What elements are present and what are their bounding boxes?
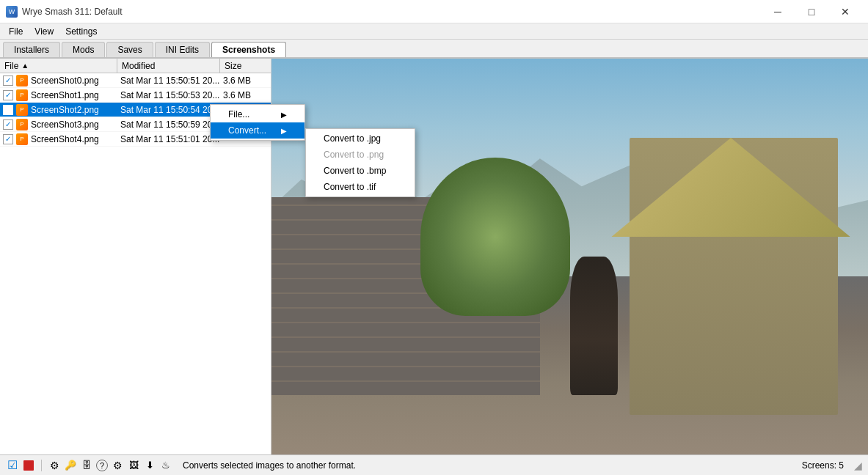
col-header-modified[interactable]: Modified — [117, 59, 220, 73]
menu-bar: File View Settings — [0, 23, 868, 40]
title-bar-controls: ─ □ ✕ — [761, 0, 862, 23]
menu-settings[interactable]: Settings — [59, 25, 103, 38]
file-cell-name: ✓ P ScreenShot1.png — [0, 89, 117, 101]
resize-grip: ◢ — [854, 460, 862, 471]
status-icons: ☑ ⚙ 🔑 🗄 ? ⚙ 🖼 ⬇ ♨ — [6, 459, 172, 472]
status-text: Converts selected images to another form… — [183, 460, 798, 471]
table-row[interactable]: ✓ P ScreenShot1.png Sat Mar 11 15:50:53 … — [0, 88, 271, 103]
minimize-button[interactable]: ─ — [761, 0, 795, 23]
ctx-arrow-convert: ▶ — [281, 127, 287, 135]
file-cell-size: 3.6 MB — [220, 90, 271, 100]
file-checkbox[interactable]: ✓ — [3, 105, 13, 115]
menu-view[interactable]: View — [29, 25, 59, 38]
file-cell-name: ✓ P ScreenShot2.png — [0, 104, 117, 116]
app-icon: W — [6, 6, 18, 18]
tab-bar: Installers Mods Saves INI Edits Screensh… — [0, 40, 868, 59]
file-cell-modified: Sat Mar 11 15:51:01 20... — [117, 134, 220, 144]
col-header-size[interactable]: Size — [220, 59, 271, 73]
red-square-status-icon[interactable] — [22, 459, 35, 472]
gear-status-icon[interactable]: ⚙ — [48, 459, 61, 472]
context-menu-convert: Convert to .jpg Convert to .png Convert … — [305, 128, 415, 197]
maximize-button[interactable]: □ — [795, 0, 828, 23]
settings-status-icon[interactable]: ⚙ — [111, 459, 124, 472]
ctx-item-convert-jpg[interactable]: Convert to .jpg — [306, 130, 415, 147]
ctx-item-convert[interactable]: Convert... ▶ — [211, 122, 304, 139]
file-type-icon: P — [16, 133, 28, 145]
tab-mods[interactable]: Mods — [62, 42, 105, 57]
title-bar-text: Wrye Smash 311: Default — [22, 7, 761, 17]
file-cell-name: ✓ P ScreenShot0.png — [0, 75, 117, 86]
file-cell-modified: Sat Mar 11 15:50:51 20... — [117, 76, 220, 86]
file-cell-name: ✓ P ScreenShot4.png — [0, 133, 117, 145]
table-row[interactable]: ✓ P ScreenShot0.png Sat Mar 11 15:50:51 … — [0, 73, 271, 88]
file-cell-modified: Sat Mar 11 15:50:59 20... — [117, 119, 220, 130]
key-status-icon[interactable]: 🔑 — [64, 459, 77, 472]
ctx-item-convert-bmp[interactable]: Convert to .bmp — [306, 163, 415, 179]
col-header-file[interactable]: File ▲ — [0, 59, 117, 73]
checkbox-status-icon[interactable]: ☑ — [6, 459, 19, 472]
file-cell-name: ✓ P ScreenShot3.png — [0, 119, 117, 130]
file-checkbox[interactable]: ✓ — [3, 134, 13, 144]
steam-status-icon[interactable]: ♨ — [159, 459, 172, 472]
context-menu-file: File... ▶ Convert... ▶ — [210, 104, 305, 141]
help-status-icon[interactable]: ? — [96, 460, 108, 471]
tab-ini-edits[interactable]: INI Edits — [155, 42, 210, 57]
scene-tree — [420, 158, 569, 316]
title-bar: W Wrye Smash 311: Default ─ □ ✕ — [0, 0, 868, 23]
ctx-item-convert-png: Convert to .png — [306, 147, 415, 163]
tab-screenshots[interactable]: Screenshots — [211, 42, 286, 57]
file-type-icon: P — [16, 75, 28, 86]
preview-panel — [271, 59, 868, 454]
sort-arrow-file: ▲ — [21, 62, 29, 70]
file-list-header: File ▲ Modified Size — [0, 59, 271, 73]
file-cell-size: 3.6 MB — [220, 76, 271, 86]
tab-installers[interactable]: Installers — [3, 42, 60, 57]
status-divider1 — [41, 460, 42, 471]
db-status-icon[interactable]: 🗄 — [80, 459, 93, 472]
download-status-icon[interactable]: ⬇ — [143, 459, 156, 472]
file-type-icon: P — [16, 119, 28, 130]
image-status-icon[interactable]: 🖼 — [127, 459, 140, 472]
file-cell-modified: Sat Mar 11 15:50:54 20... — [117, 105, 220, 115]
file-type-icon: P — [16, 104, 28, 116]
scene-character — [570, 257, 618, 395]
ctx-item-file[interactable]: File... ▶ — [211, 106, 304, 122]
file-type-icon: P — [16, 89, 28, 101]
screens-count: Screens: 5 — [802, 460, 844, 471]
main-content: File ▲ Modified Size ✓ P ScreenShot0.png… — [0, 59, 868, 454]
file-checkbox[interactable]: ✓ — [3, 90, 13, 100]
file-checkbox[interactable]: ✓ — [3, 119, 13, 130]
file-cell-modified: Sat Mar 11 15:50:53 20... — [117, 90, 220, 100]
screenshot-scene — [271, 59, 868, 454]
file-checkbox[interactable]: ✓ — [3, 76, 13, 86]
tab-saves[interactable]: Saves — [106, 42, 153, 57]
ctx-item-convert-tif[interactable]: Convert to .tif — [306, 179, 415, 195]
status-bar: ☑ ⚙ 🔑 🗄 ? ⚙ 🖼 ⬇ ♨ Converts selected imag… — [0, 454, 868, 475]
menu-file[interactable]: File — [3, 25, 29, 38]
ctx-arrow-file: ▶ — [281, 111, 287, 119]
close-button[interactable]: ✕ — [828, 0, 862, 23]
